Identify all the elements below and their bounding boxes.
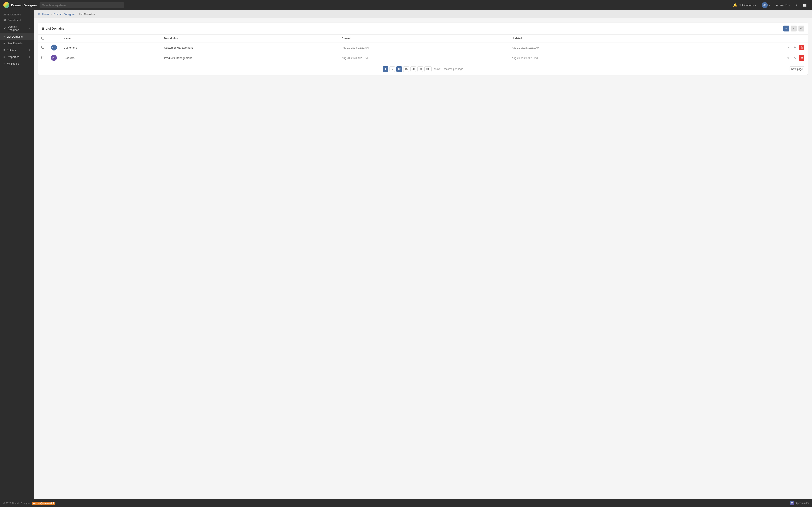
grid-icon: ⊞ <box>3 18 6 22</box>
delete-button[interactable]: 🗑 <box>799 45 804 50</box>
main-content: ⊞ Home › Domain Designer › List Domains … <box>34 10 812 499</box>
chevron-down-icon: ▾ <box>755 4 756 6</box>
row-checkbox[interactable] <box>42 56 44 59</box>
sidebar-item-label: My Profile <box>7 62 19 65</box>
row-name: Customers <box>60 43 161 53</box>
breadcrumb-sep: › <box>51 13 52 16</box>
sidebar: APPLICATIONS ⊞ Dashboard ✕ Domain Design… <box>0 10 34 499</box>
page-size-15[interactable]: 15 <box>403 66 409 72</box>
top-navbar: Domain Designer 🔔 Notifications ▾ JE ▾ ⇄… <box>0 0 812 10</box>
close-icon: ✕ <box>3 26 6 30</box>
list-domains-card: ⊟ List Domains + ✕ ↺ <box>38 22 808 75</box>
breadcrumb-domain-designer[interactable]: Domain Designer <box>53 13 74 16</box>
page-size-10[interactable]: 10 <box>396 66 402 72</box>
card-title-text: List Domains <box>46 27 64 30</box>
app-name: Domain Designer <box>11 3 37 7</box>
card-header: ⊟ List Domains + ✕ ↺ <box>38 22 808 35</box>
footer-left: © 2023, Domain Designer version@main v0.… <box>3 502 55 505</box>
list-icon: ≡ <box>3 55 5 59</box>
sidebar-item-entities[interactable]: ≡ Entities + <box>0 47 34 53</box>
bookmark-button[interactable]: ⬜ <box>801 2 809 8</box>
language-button[interactable]: ⇄ en-US ▾ <box>774 2 792 8</box>
row-description: Customer Management <box>161 43 338 53</box>
copyright-text: © 2023, Domain Designer <box>3 502 30 504</box>
sidebar-item-new-domain[interactable]: ≡ New Domain <box>0 40 34 47</box>
row-checkbox-cell <box>38 53 48 63</box>
notifications-button[interactable]: 🔔 Notifications ▾ <box>731 2 758 8</box>
add-icon: + <box>29 48 31 52</box>
chevron-down-icon: ▾ <box>789 4 790 6</box>
breadcrumb-current: List Domains <box>79 13 95 16</box>
view-button[interactable]: 👁 <box>785 45 791 50</box>
page-size-5[interactable]: 5 <box>390 66 395 72</box>
footer-brand-name: XpertmindS <box>795 502 809 505</box>
user-initials: JE <box>763 4 766 6</box>
row-checkbox-cell <box>38 43 48 53</box>
app-layout: APPLICATIONS ⊞ Dashboard ✕ Domain Design… <box>0 10 812 499</box>
page-size-50[interactable]: 50 <box>417 66 423 72</box>
row-created: Aug 20, 2023, 9:28 PM <box>338 53 509 63</box>
chevron-icon: − <box>29 27 31 30</box>
sidebar-item-properties[interactable]: ≡ Properties + <box>0 53 34 60</box>
search-input[interactable] <box>40 2 124 8</box>
chevron-down-icon: ▾ <box>769 4 770 6</box>
search-area[interactable] <box>40 2 124 8</box>
sidebar-item-domain-designer[interactable]: ✕ Domain Designer − <box>0 23 34 33</box>
sidebar-item-label: Entities <box>7 49 16 52</box>
footer: © 2023, Domain Designer version@main v0.… <box>0 499 812 507</box>
table-row: PR Products Products Management Aug 20, … <box>38 53 808 63</box>
name-header: Name <box>60 35 161 43</box>
select-all-checkbox[interactable] <box>42 37 44 40</box>
sidebar-item-label: New Domain <box>7 42 22 45</box>
filter-button[interactable]: ✕ <box>791 25 797 32</box>
row-checkbox[interactable] <box>42 46 44 49</box>
user-menu-button[interactable]: JE ▾ <box>760 1 772 9</box>
table-head: Name Description Created Updated <box>38 35 808 43</box>
row-updated: Aug 21, 2023, 12:31 AM <box>509 43 679 53</box>
row-name: Products <box>60 53 161 63</box>
bookmark-icon: ⬜ <box>803 4 807 7</box>
sidebar-item-dashboard[interactable]: ⊞ Dashboard <box>0 17 34 23</box>
footer-brand-logo: X <box>790 501 794 505</box>
created-header: Created <box>338 35 509 43</box>
sidebar-item-list-domains[interactable]: ≡ List Domains <box>0 33 34 40</box>
actions-header <box>678 35 808 43</box>
breadcrumb: ⊞ Home › Domain Designer › List Domains <box>34 10 812 18</box>
delete-button[interactable]: 🗑 <box>799 55 804 61</box>
sidebar-item-my-profile[interactable]: ≡ My Profile <box>0 60 34 67</box>
refresh-button[interactable]: ↺ <box>799 25 804 32</box>
row-avatar-cell: CU <box>48 43 60 53</box>
add-icon: + <box>29 55 31 59</box>
table-icon: ⊟ <box>42 27 44 30</box>
edit-button[interactable]: ✎ <box>792 45 798 50</box>
page-size-100[interactable]: 100 <box>424 66 432 72</box>
version-number: v0.0.2 <box>48 502 54 504</box>
view-button[interactable]: 👁 <box>785 55 791 61</box>
sidebar-item-label: Domain Designer <box>8 25 28 32</box>
select-all-header <box>38 35 48 43</box>
version-badge: version@main v0.0.2 <box>32 502 55 505</box>
add-domain-button[interactable]: + <box>783 25 789 32</box>
row-avatar: CU <box>51 45 57 51</box>
row-created: Aug 21, 2023, 12:31 AM <box>338 43 509 53</box>
row-actions: 👁 ✎ 🗑 <box>678 53 808 63</box>
version-branch: version@main <box>33 502 48 504</box>
description-header: Description <box>161 35 338 43</box>
sidebar-section-label: APPLICATIONS <box>0 12 34 17</box>
domains-table: Name Description Created Updated CU <box>38 35 808 63</box>
notifications-label: Notifications <box>739 4 754 7</box>
sidebar-item-label: Properties <box>7 55 19 59</box>
next-page-button[interactable]: Next page <box>790 66 804 72</box>
page-size-20[interactable]: 20 <box>410 66 416 72</box>
list-icon: ≡ <box>3 42 5 45</box>
page-1-button[interactable]: 1 <box>383 66 388 72</box>
navbar-right: 🔔 Notifications ▾ JE ▾ ⇄ en-US ▾ ? ⬜ <box>731 1 809 9</box>
table-row: CU Customers Customer Management Aug 21,… <box>38 43 808 53</box>
edit-button[interactable]: ✎ <box>792 55 798 61</box>
breadcrumb-home[interactable]: Home <box>42 13 49 16</box>
footer-brand: X XpertmindS <box>790 501 809 505</box>
card-actions: + ✕ ↺ <box>783 25 804 32</box>
card-title: ⊟ List Domains <box>42 27 64 30</box>
help-button[interactable]: ? <box>794 2 799 8</box>
per-page-label: show 10 records per page <box>434 68 463 70</box>
